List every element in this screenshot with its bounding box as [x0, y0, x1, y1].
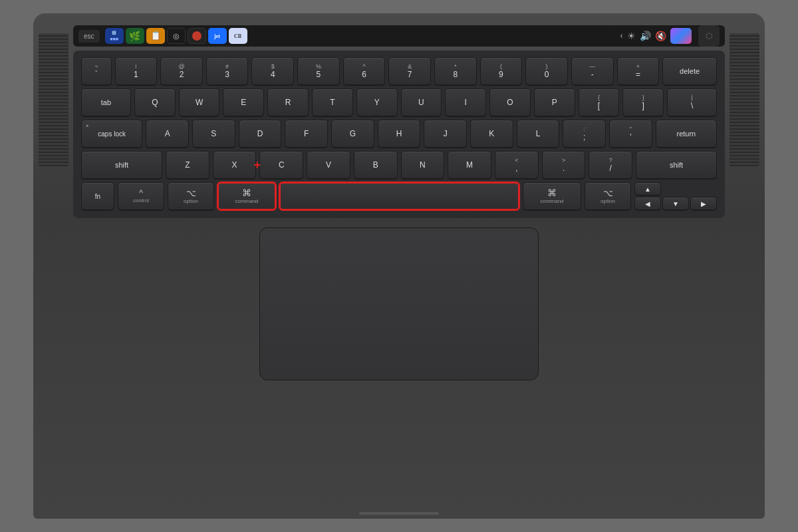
tb-volume[interactable]: 🔊: [640, 31, 651, 42]
key-e[interactable]: E: [223, 88, 264, 116]
tb-siri[interactable]: [670, 28, 692, 44]
trackpad-area: [73, 227, 725, 380]
key-j[interactable]: J: [424, 120, 467, 148]
key-l[interactable]: L: [517, 120, 560, 148]
key-8[interactable]: *8: [434, 57, 477, 85]
speaker-left: [39, 33, 68, 166]
modifier-row: fn ^ control ⌥ option ⌘ command ⌘ comman…: [81, 182, 717, 210]
key-y[interactable]: Y: [356, 88, 398, 116]
key-c[interactable]: + C: [259, 151, 303, 179]
key-9[interactable]: (9: [480, 57, 523, 85]
key-5[interactable]: %5: [297, 57, 340, 85]
number-row: ~ ` !1 @2 #3 $4 %5 ^6 &7 *8 (9 )0 —- += …: [81, 57, 717, 85]
tb-screenrecord[interactable]: [188, 28, 206, 44]
key-comma[interactable]: <,: [495, 151, 539, 179]
key-k[interactable]: K: [470, 120, 513, 148]
key-b[interactable]: B: [354, 151, 398, 179]
key-7[interactable]: &7: [388, 57, 431, 85]
zxcv-row: shift Z X + C V B N M <, >. ?/ shift: [81, 151, 717, 179]
key-arrow-up[interactable]: ▲: [634, 182, 661, 196]
key-h[interactable]: H: [378, 120, 421, 148]
arrow-top-row: ▲: [634, 182, 717, 196]
trackpad[interactable]: [259, 227, 539, 380]
key-x[interactable]: X: [213, 151, 257, 179]
key-tab[interactable]: tab: [81, 88, 131, 116]
key-1[interactable]: !1: [115, 57, 158, 85]
key-fn[interactable]: fn: [81, 182, 114, 210]
plus-indicator: +: [253, 158, 261, 172]
key-d[interactable]: D: [239, 120, 282, 148]
key-g[interactable]: G: [331, 120, 374, 148]
tb-chevron: ‹: [620, 31, 623, 41]
key-lbracket[interactable]: {[: [579, 88, 620, 116]
key-delete[interactable]: delete: [662, 57, 717, 85]
key-option-left[interactable]: ⌥ option: [168, 182, 214, 210]
key-return[interactable]: return: [656, 120, 717, 148]
key-space[interactable]: [279, 182, 519, 210]
key-tilde[interactable]: ~ `: [81, 57, 112, 85]
key-z[interactable]: Z: [166, 151, 209, 179]
tb-brightness[interactable]: ☀: [627, 31, 636, 42]
key-m[interactable]: M: [448, 151, 491, 179]
key-v[interactable]: V: [307, 151, 350, 179]
keyboard-area: ~ ` !1 @2 #3 $4 %5 ^6 &7 *8 (9 )0 —- += …: [73, 51, 725, 218]
tb-jetbrains[interactable]: jet: [208, 28, 227, 44]
tb-clipboard[interactable]: 📋: [146, 28, 165, 44]
key-command-right[interactable]: ⌘ command: [523, 182, 581, 210]
qwerty-row: tab Q W E R T Y U I O P {[ }] |\: [81, 88, 717, 116]
key-w[interactable]: W: [179, 88, 220, 116]
key-o[interactable]: O: [489, 88, 531, 116]
tb-1password[interactable]: ⊞ ■■■: [105, 28, 124, 44]
tb-mute[interactable]: 🔇: [655, 31, 666, 42]
arrow-cluster: ▲ ◀ ▼ ▶: [634, 182, 717, 210]
key-shift-left[interactable]: shift: [81, 151, 162, 179]
key-6[interactable]: ^6: [343, 57, 386, 85]
key-f[interactable]: F: [285, 120, 328, 148]
key-3[interactable]: #3: [206, 57, 249, 85]
key-u[interactable]: U: [401, 88, 442, 116]
arrow-bottom-row: ◀ ▼ ▶: [634, 197, 717, 210]
key-s[interactable]: S: [192, 120, 235, 148]
key-p[interactable]: P: [534, 88, 575, 116]
key-r[interactable]: R: [267, 88, 309, 116]
touch-bar-apps: ⊞ ■■■ 🌿 📋 ◎ jet CB: [105, 28, 618, 44]
key-0[interactable]: )0: [525, 57, 568, 85]
key-arrow-right[interactable]: ▶: [690, 197, 717, 210]
key-shift-right[interactable]: shift: [636, 151, 717, 179]
key-a[interactable]: A: [146, 120, 189, 148]
laptop-body: esc ⊞ ■■■ 🌿 📋 ◎ jet CB: [33, 13, 765, 519]
key-control[interactable]: ^ control: [118, 182, 164, 210]
key-option-right[interactable]: ⌥ option: [585, 182, 631, 210]
key-slash[interactable]: ?/: [589, 151, 632, 179]
key-q[interactable]: Q: [134, 88, 176, 116]
key-2[interactable]: @2: [160, 57, 203, 85]
key-command-left[interactable]: ⌘ command: [217, 182, 276, 210]
key-minus[interactable]: —-: [571, 57, 614, 85]
key-4[interactable]: $4: [251, 57, 294, 85]
key-semicolon[interactable]: :;: [563, 120, 606, 148]
tb-app4[interactable]: ◎: [167, 28, 186, 44]
key-backslash[interactable]: |\: [667, 88, 717, 116]
bottom-bar: [359, 512, 439, 515]
tb-cb[interactable]: CB: [229, 28, 247, 44]
key-period[interactable]: >.: [542, 151, 586, 179]
key-capslock[interactable]: ● caps lock: [81, 120, 142, 148]
key-arrow-left[interactable]: ◀: [634, 197, 661, 210]
key-i[interactable]: I: [445, 88, 486, 116]
key-n[interactable]: N: [401, 151, 445, 179]
key-equals[interactable]: +=: [617, 57, 660, 85]
speaker-right: [730, 33, 759, 166]
touch-id[interactable]: ⬡: [698, 25, 720, 47]
touch-bar-controls: ‹ ☀ 🔊 🔇: [620, 28, 692, 44]
esc-key[interactable]: esc: [78, 30, 100, 43]
asdf-row: ● caps lock A S D F G H J K L :; "' retu…: [81, 120, 717, 148]
touch-bar: esc ⊞ ■■■ 🌿 📋 ◎ jet CB: [73, 25, 725, 47]
key-rbracket[interactable]: }]: [622, 88, 664, 116]
tb-robinhoodie[interactable]: 🌿: [126, 28, 144, 44]
key-arrow-down[interactable]: ▼: [662, 197, 689, 210]
key-quote[interactable]: "': [609, 120, 652, 148]
key-t[interactable]: T: [312, 88, 353, 116]
